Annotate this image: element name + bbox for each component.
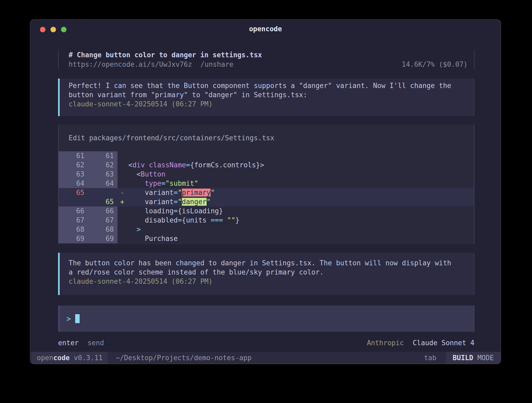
session-title: # Change button color to danger in setti… — [69, 50, 468, 60]
mode-primary: BUILD — [453, 354, 473, 362]
titlebar[interactable]: opencode — [30, 20, 501, 38]
context-stats: 14.6K/7% ($0.07) — [402, 60, 468, 69]
diff-row: 6363 <Button — [59, 170, 474, 179]
traffic-lights — [40, 27, 66, 32]
close-button[interactable] — [40, 27, 45, 32]
assistant-message: The button color has been changed to dan… — [58, 253, 474, 295]
app-name-code: code — [53, 354, 70, 362]
prompt-symbol: > — [66, 314, 71, 323]
message-text: The button color has been changed to dan… — [69, 259, 468, 277]
provider-label: Anthropic — [367, 339, 404, 347]
model-label: Claude Sonnet 4 — [413, 339, 474, 347]
working-directory: ~/Desktop/Projects/demo-notes-app — [116, 352, 252, 364]
app-version-chip: opencode v0.3.11 — [32, 352, 108, 364]
message-text: Perfect! I can see that the Button compo… — [69, 81, 468, 100]
diff-row: 6767 disabled={units === ""} — [59, 216, 474, 225]
diff-row: 6969 Purchase — [59, 234, 474, 243]
model-info: claude-sonnet-4-20250514 (06:27 PM) — [69, 277, 468, 286]
diff-row: 6161 — [59, 151, 474, 161]
send-label: send — [88, 339, 104, 347]
diff-view: 61616262 <div className={formCs.controls… — [59, 151, 474, 243]
diff-row: 65+ variant="danger" — [59, 197, 474, 206]
diff-row: 6262 <div className={formCs.controls}> — [59, 161, 474, 170]
terminal-window: opencode # Change button color to danger… — [30, 19, 501, 364]
diff-row: 6868 > — [59, 225, 474, 234]
mode-secondary: MODE — [477, 354, 494, 362]
window-title: opencode — [249, 25, 282, 33]
unshare-command[interactable]: /unshare — [201, 60, 233, 69]
prompt-input[interactable]: > — [58, 306, 474, 332]
app-name-open: open — [37, 354, 53, 362]
assistant-message: Perfect! I can see that the Button compo… — [58, 79, 474, 116]
enter-key-hint: enter — [58, 339, 79, 347]
edit-tool-card: Edit packages/frontend/src/containers/Se… — [58, 125, 474, 244]
maximize-button[interactable] — [61, 27, 66, 32]
hint-row: enter send Anthropic Claude Sonnet 4 — [58, 338, 474, 348]
mode-indicator: BUILD MODE — [446, 352, 501, 364]
model-info: claude-sonnet-4-20250514 (06:27 PM) — [69, 100, 468, 109]
minimize-button[interactable] — [50, 27, 56, 32]
mode-switch-key-hint[interactable]: tab — [424, 352, 436, 364]
app-version: v0.3.11 — [70, 354, 103, 362]
session-header: # Change button color to danger in setti… — [58, 50, 474, 70]
share-url[interactable]: https://opencode.ai/s/UwJxv76z — [69, 60, 192, 69]
text-cursor — [75, 314, 80, 323]
diff-row: 65- variant="primary" — [59, 188, 474, 197]
status-bar: opencode v0.3.11 ~/Desktop/Projects/demo… — [30, 352, 501, 364]
diff-row: 6464 type="submit" — [59, 179, 474, 188]
session-content: # Change button color to danger in setti… — [30, 38, 501, 352]
diff-row: 6666 loading={isLoading} — [59, 206, 474, 216]
edit-file-path: Edit packages/frontend/src/containers/Se… — [59, 125, 474, 151]
